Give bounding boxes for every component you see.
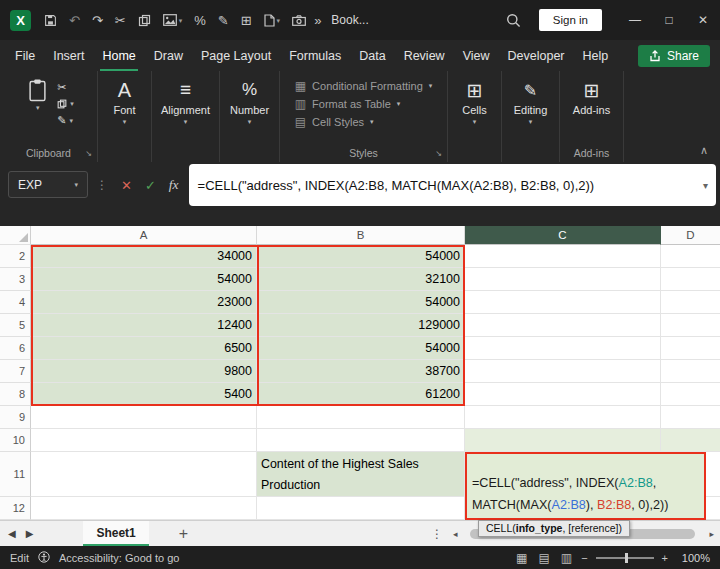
format-painter-icon[interactable]: ✎ (218, 14, 229, 27)
scroll-right-icon[interactable]: ▸ (705, 529, 718, 539)
zoom-slider[interactable] (596, 557, 654, 559)
expand-formula-bar-icon[interactable]: ▾ (703, 180, 708, 191)
select-all-corner[interactable] (0, 226, 31, 245)
cell-B12[interactable] (257, 497, 465, 520)
normal-view-icon[interactable]: ▦ (516, 551, 527, 565)
menu-tab-data[interactable]: Data (350, 40, 394, 71)
toolbar-overflow-icon[interactable]: » (314, 13, 321, 28)
share-button[interactable]: Share (638, 45, 710, 67)
excel-app-icon[interactable]: X (10, 10, 31, 31)
cell-D10[interactable] (661, 429, 720, 452)
row-header-10[interactable]: 10 (0, 429, 31, 452)
cell-B5[interactable]: 129000 (257, 314, 465, 337)
menu-tab-developer[interactable]: Developer (499, 40, 574, 71)
cell-C3[interactable] (465, 268, 661, 291)
cell-B3[interactable]: 32100 (257, 268, 465, 291)
row-header-5[interactable]: 5 (0, 314, 31, 337)
sheet-tab-sheet1[interactable]: Sheet1 (83, 521, 148, 546)
cell-A11[interactable] (31, 452, 257, 497)
active-cell-editor[interactable]: =CELL("address", INDEX(A2:B8, MATCH(MAX(… (465, 452, 706, 520)
collapse-ribbon-icon[interactable]: ∧ (700, 144, 708, 157)
cell-D7[interactable] (661, 360, 720, 383)
menu-tab-file[interactable]: File (6, 40, 44, 71)
cell-A5[interactable]: 12400 (31, 314, 257, 337)
row-header-12[interactable]: 12 (0, 497, 31, 520)
menu-tab-review[interactable]: Review (395, 40, 454, 71)
cell-D8[interactable] (661, 383, 720, 406)
cell-A8[interactable]: 5400 (31, 383, 257, 406)
formula-input[interactable]: =CELL("address", INDEX(A2:B8, MATCH(MAX(… (189, 164, 716, 206)
add-sheet-button[interactable]: + (171, 521, 196, 546)
cell-D6[interactable] (661, 337, 720, 360)
menu-tab-home[interactable]: Home (93, 40, 144, 71)
copy-icon[interactable] (138, 14, 151, 27)
menu-tab-page-layout[interactable]: Page Layout (192, 40, 280, 71)
column-header-c[interactable]: C (465, 226, 661, 245)
cell-C4[interactable] (465, 291, 661, 314)
format-as-table-button[interactable]: ▥ Format as Table ▾ (295, 97, 433, 111)
column-header-a[interactable]: A (31, 226, 257, 245)
cell-D9[interactable] (661, 406, 720, 429)
cell-B9[interactable] (257, 406, 465, 429)
save-icon[interactable] (44, 14, 57, 27)
cancel-icon[interactable]: ✕ (121, 178, 132, 193)
page-layout-view-icon[interactable]: ▤ (538, 551, 549, 565)
cell-A4[interactable]: 23000 (31, 291, 257, 314)
redo-icon[interactable]: ↷ (92, 14, 103, 27)
cell-B11[interactable]: Content of the Highest Sales Production (257, 452, 465, 497)
cell-B4[interactable]: 54000 (257, 291, 465, 314)
camera-icon[interactable] (292, 15, 306, 26)
column-header-d[interactable]: D (661, 226, 720, 245)
row-header-8[interactable]: 8 (0, 383, 31, 406)
page-break-view-icon[interactable]: ▥ (561, 551, 572, 565)
column-header-b[interactable]: B (257, 226, 465, 245)
next-sheet-icon[interactable]: ▶ (26, 528, 34, 539)
maximize-button[interactable]: □ (652, 0, 686, 40)
cell-C10[interactable] (465, 429, 661, 452)
new-document-icon[interactable]: ▾ (264, 14, 281, 27)
undo-icon[interactable]: ↶ (69, 14, 80, 27)
row-header-3[interactable]: 3 (0, 268, 31, 291)
cell-C7[interactable] (465, 360, 661, 383)
cell-B6[interactable]: 54000 (257, 337, 465, 360)
cell-A3[interactable]: 54000 (31, 268, 257, 291)
row-header-6[interactable]: 6 (0, 337, 31, 360)
editing-button[interactable]: ✎ Editing ▾ (509, 76, 553, 128)
cell-C8[interactable] (465, 383, 661, 406)
cell-D3[interactable] (661, 268, 720, 291)
format-painter-button[interactable]: ✎▾ (57, 114, 74, 127)
menu-tab-formulas[interactable]: Formulas (280, 40, 350, 71)
cell-A12[interactable] (31, 497, 257, 520)
cell-C2[interactable] (465, 245, 661, 268)
zoom-out-icon[interactable]: − (581, 552, 587, 564)
enter-icon[interactable]: ✓ (145, 178, 156, 193)
cell-D2[interactable] (661, 245, 720, 268)
sign-in-button[interactable]: Sign in (539, 9, 602, 31)
cells-button[interactable]: ⊞ Cells ▾ (457, 76, 491, 128)
row-header-4[interactable]: 4 (0, 291, 31, 314)
cell-A10[interactable] (31, 429, 257, 452)
zoom-slider-thumb[interactable] (625, 553, 628, 563)
cell-A7[interactable]: 9800 (31, 360, 257, 383)
cell-B8[interactable]: 61200 (257, 383, 465, 406)
scroll-left-icon[interactable]: ◂ (449, 529, 462, 539)
conditional-formatting-button[interactable]: ▦ Conditional Formatting ▾ (295, 79, 433, 93)
previous-sheet-icon[interactable]: ◀ (8, 528, 16, 539)
dialog-launcher-icon[interactable]: ↘ (85, 149, 92, 158)
zoom-in-icon[interactable]: + (662, 552, 668, 564)
cut-icon[interactable]: ✂ (115, 14, 126, 27)
percent-style-icon[interactable]: % (194, 14, 206, 27)
cell-B7[interactable]: 38700 (257, 360, 465, 383)
zoom-level[interactable]: 100% (676, 552, 710, 564)
name-box[interactable]: EXP ▾ (8, 171, 88, 198)
tab-options-icon[interactable]: ⋮ (431, 521, 443, 547)
cell-C9[interactable] (465, 406, 661, 429)
picture-icon[interactable]: ▾ (163, 14, 183, 26)
font-button[interactable]: A Font ▾ (108, 76, 140, 128)
row-header-9[interactable]: 9 (0, 406, 31, 429)
cell-B2[interactable]: 54000 (257, 245, 465, 268)
dialog-launcher-icon[interactable]: ↘ (435, 149, 442, 158)
accessibility-status[interactable]: Accessibility: Good to go (59, 552, 179, 564)
cell-A2[interactable]: 34000 (31, 245, 257, 268)
cell-D4[interactable] (661, 291, 720, 314)
